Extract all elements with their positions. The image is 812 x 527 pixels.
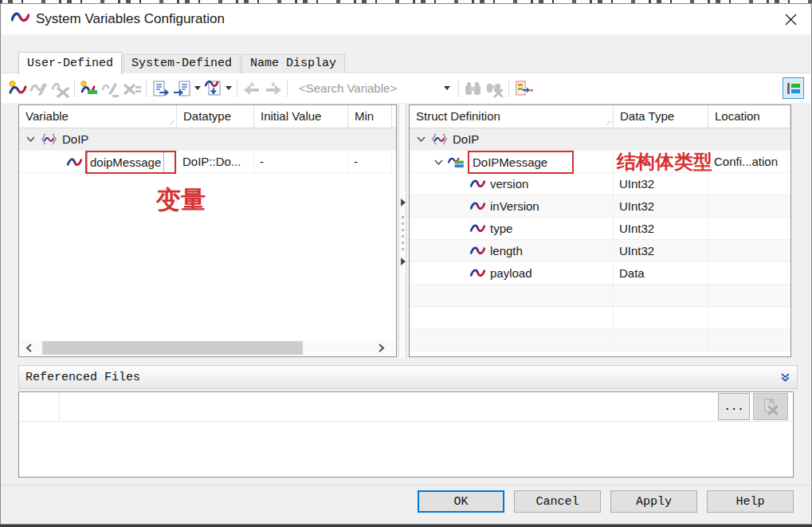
sysvar-wave-icon [470, 201, 485, 211]
system-variables-dialog: System Variables Configuration User-Defi… [0, 3, 812, 525]
table-row[interactable]: length UInt32 [410, 240, 790, 262]
tree-node-label: inVersion [488, 195, 542, 217]
data-type-cell: UInt32 [614, 195, 708, 217]
tab-bar: User-Defined System-Defined Name Display [18, 51, 346, 73]
tree-node-label: DoIP [450, 128, 481, 150]
table-row[interactable]: type UInt32 [410, 218, 790, 240]
sysvar-wave-icon [470, 223, 485, 234]
table-row[interactable]: doipMessage DoIP::Do... - - - [19, 151, 396, 173]
window-title: System Variables Configuration [36, 11, 225, 27]
find-icon [462, 78, 484, 99]
variables-table-header: Variable Datatype Initial Value Min N [19, 105, 396, 128]
struct-annotation-text: 结构体类型 [614, 151, 708, 174]
column-header-struct-definition[interactable]: Struct Definition [410, 105, 614, 128]
navigate-back-icon [241, 78, 262, 99]
remove-file-button [753, 393, 788, 420]
collapse-right-icon[interactable] [401, 258, 406, 265]
chevron-down-icon[interactable] [441, 86, 453, 90]
delete-variable-icon [49, 78, 71, 99]
chevron-down-icon[interactable] [433, 159, 443, 165]
toolbar-separator [74, 80, 75, 97]
collapse-right-icon[interactable] [401, 199, 406, 206]
apply-button[interactable]: Apply [610, 490, 697, 513]
struct-table-header: Struct Definition Data Type Location [410, 105, 790, 128]
column-header-variable[interactable]: Variable [19, 105, 177, 128]
delete-struct-icon [121, 78, 143, 99]
add-struct-icon[interactable] [78, 78, 100, 99]
referenced-files-title: Referenced Files [19, 371, 773, 384]
referenced-files-header: Referenced Files [18, 365, 798, 389]
tree-node-label: DoIP [60, 128, 91, 150]
scroll-left-icon[interactable] [22, 340, 36, 356]
edit-struct-icon [100, 78, 121, 99]
empty-row [410, 329, 790, 352]
collapse-section-icon[interactable] [773, 373, 797, 382]
navigate-forward-icon [262, 78, 284, 99]
splitter-grip[interactable] [402, 216, 404, 254]
table-row[interactable]: payload Data [410, 262, 790, 285]
empty-row [410, 307, 790, 329]
search-input[interactable]: <Search Variable> [296, 81, 441, 95]
sysvar-wave-icon [67, 157, 82, 167]
sysvar-app-icon [11, 11, 29, 27]
data-type-cell: UInt32 [614, 173, 708, 195]
dropdown-caret-icon[interactable] [224, 78, 233, 99]
location-cell: Confi...ation [708, 151, 790, 174]
tab-name-display[interactable]: Name Display [241, 54, 345, 73]
cancel-button[interactable]: Cancel [514, 490, 601, 513]
edit-variable-icon [28, 78, 49, 99]
dropdown-caret-icon[interactable] [193, 78, 202, 99]
export-wave-file-icon[interactable] [202, 78, 224, 99]
table-row[interactable]: inVersion UInt32 [410, 195, 790, 218]
data-type-cell: UInt32 [614, 218, 708, 239]
table-row[interactable]: version UInt32 [410, 173, 790, 195]
data-type-cell: Data [614, 262, 708, 284]
struct-type-icon [448, 156, 465, 168]
toolbar: <Search Variable> [2, 73, 810, 103]
variables-table: Variable Datatype Initial Value Min N [18, 104, 397, 357]
toolbar-separator [508, 80, 509, 97]
table-row[interactable]: DoIPMessage 结构体类型 Confi...ation [410, 151, 790, 173]
definition-panel-toggle-icon[interactable] [783, 77, 804, 99]
ok-button[interactable]: OK [418, 490, 504, 513]
sysvar-wave-icon [470, 179, 485, 189]
sysvar-wave-icon [470, 268, 485, 278]
file-column-divider [59, 392, 60, 422]
initial-value-cell: - [254, 151, 348, 174]
file-actions: ... [718, 393, 788, 420]
tree-node-label: type [488, 218, 515, 239]
scroll-right-icon[interactable] [375, 340, 389, 356]
titlebar: System Variables Configuration [2, 4, 810, 34]
close-button[interactable] [780, 10, 801, 29]
add-variable-icon[interactable] [6, 78, 28, 99]
datatype-cell: DoIP::Do... [177, 151, 254, 174]
annotation-red-box: doipMessage [85, 151, 176, 174]
help-button[interactable]: Help [707, 490, 794, 513]
browse-file-button[interactable]: ... [718, 393, 750, 420]
variable-annotation-text: 变量 [156, 183, 206, 217]
footer-buttons: OK Cancel Apply Help [418, 490, 794, 513]
tab-user-defined[interactable]: User-Defined [18, 52, 122, 74]
tree-node-label: length [488, 240, 525, 262]
search-variable-combobox[interactable]: <Search Variable> [296, 79, 453, 98]
find-remove-icon [484, 78, 505, 99]
show-usage-icon[interactable] [512, 78, 534, 99]
horizontal-scrollbar[interactable] [20, 340, 395, 356]
tree-node-label: version [488, 173, 531, 195]
scrollbar-thumb[interactable] [42, 341, 303, 355]
chevron-down-icon[interactable] [416, 136, 426, 142]
chevron-down-icon[interactable] [25, 136, 35, 142]
table-row[interactable]: DoIP [410, 128, 790, 151]
toolbar-separator [237, 80, 237, 97]
panel-splitter[interactable] [398, 104, 406, 357]
export-file-icon[interactable] [150, 78, 171, 99]
namespace-icon [431, 133, 448, 145]
tree-node-label: doipMessage [88, 151, 163, 173]
namespace-icon [41, 133, 57, 145]
import-file-icon[interactable] [171, 78, 193, 99]
data-type-cell: UInt32 [614, 240, 708, 262]
file-row[interactable] [19, 392, 793, 422]
empty-row [410, 285, 790, 307]
tab-system-defined[interactable]: System-Defined [123, 54, 241, 73]
table-row[interactable]: DoIP [19, 128, 396, 151]
